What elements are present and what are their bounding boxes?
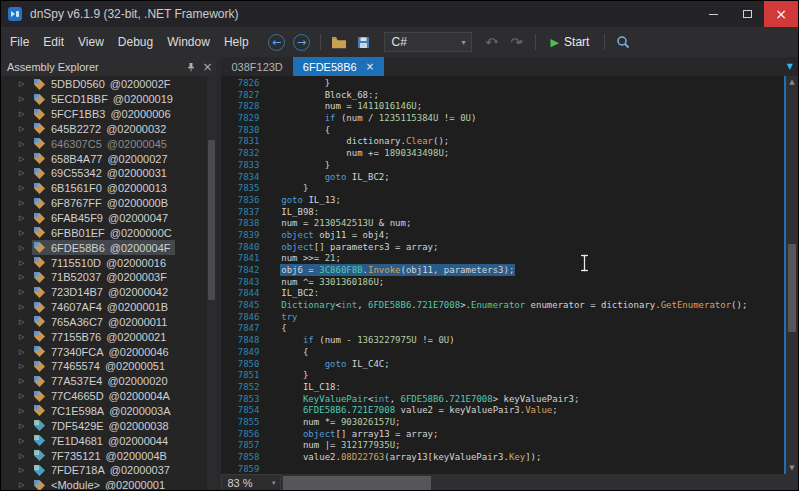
- expander-icon[interactable]: ▷: [19, 199, 32, 207]
- tab-038F123D[interactable]: 038F123D: [221, 57, 292, 76]
- code-line-7828[interactable]: 7828 num = 1411016146U;: [221, 101, 798, 113]
- expander-icon[interactable]: ▷: [19, 437, 32, 445]
- expander-icon[interactable]: ▷: [19, 288, 32, 296]
- expander-icon[interactable]: ▷: [19, 214, 32, 222]
- code-line-7844[interactable]: 7844 IL_BC2:: [221, 288, 798, 300]
- expander-icon[interactable]: ▷: [19, 110, 32, 118]
- expander-icon[interactable]: ▷: [19, 184, 32, 192]
- tree-item-765A36C7[interactable]: ▷765A36C7@02000011: [1, 315, 216, 330]
- code-editor[interactable]: 7826 }7827 Block_68:;7828 num = 14110161…: [221, 76, 798, 474]
- expander-icon[interactable]: ▷: [19, 125, 32, 133]
- tree-item-7F735121[interactable]: ▷7F735121@0200004B: [1, 448, 216, 463]
- code-line-7858[interactable]: 7858 value2.08D22763(array13[keyValuePai…: [221, 452, 798, 464]
- expander-icon[interactable]: ▷: [19, 95, 32, 103]
- pin-icon[interactable]: [186, 62, 196, 72]
- tree-item-7DF5429E[interactable]: ▷7DF5429E@02000038: [1, 418, 216, 433]
- code-line-7851[interactable]: 7851 }: [221, 370, 798, 382]
- expander-icon[interactable]: ▷: [19, 244, 32, 252]
- tree-item-658B4A77[interactable]: ▷658B4A77@02000027: [1, 151, 216, 166]
- navigate-forward-button[interactable]: →: [291, 31, 313, 53]
- expander-icon[interactable]: ▷: [19, 407, 32, 415]
- code-line-7836[interactable]: 7836 goto IL_13;: [221, 195, 798, 207]
- expander-icon[interactable]: ▷: [19, 229, 32, 237]
- code-line-7826[interactable]: 7826 }: [221, 78, 798, 90]
- close-button[interactable]: ×: [764, 1, 798, 27]
- tree-item-77465574[interactable]: ▷77465574@02000051: [1, 359, 216, 374]
- tree-item-69C55342[interactable]: ▷69C55342@02000031: [1, 166, 216, 181]
- language-select[interactable]: C# ▾: [384, 32, 472, 52]
- tree-item-7115510D[interactable]: ▷7115510D@02000016: [1, 255, 216, 270]
- code-line-7846[interactable]: 7846 try: [221, 312, 798, 324]
- expander-icon[interactable]: ▷: [19, 422, 32, 430]
- search-assemblies-button[interactable]: [612, 31, 634, 53]
- tree-item-646307C5[interactable]: ▷646307C5@02000045: [1, 136, 216, 151]
- tree-item-6F8767FF[interactable]: ▷6F8767FF@0200000B: [1, 196, 216, 211]
- expander-icon[interactable]: ▷: [19, 348, 32, 356]
- zoom-select[interactable]: 83 % ▾: [221, 474, 281, 491]
- tree-item-6FAB45F9[interactable]: ▷6FAB45F9@02000047: [1, 211, 216, 226]
- code-line-7840[interactable]: 7840 object[] parameters3 = array;: [221, 242, 798, 254]
- expander-icon[interactable]: ▷: [19, 452, 32, 460]
- tree-item-Module[interactable]: ▷<Module>@02000001: [1, 478, 216, 491]
- code-line-7834[interactable]: 7834 goto IL_BC2;: [221, 172, 798, 184]
- horizontal-scrollbar[interactable]: [281, 474, 784, 491]
- code-line-7845[interactable]: 7845 Dictionary<int, 6FDE58B6.721E7008>.…: [221, 300, 798, 312]
- maximize-button[interactable]: [730, 1, 764, 27]
- expander-icon[interactable]: ▷: [19, 259, 32, 267]
- start-debug-button[interactable]: ▶ Start: [543, 35, 598, 49]
- save-all-button[interactable]: [353, 31, 375, 53]
- expander-icon[interactable]: ▷: [19, 362, 32, 370]
- code-line-7859[interactable]: 7859: [221, 464, 798, 474]
- code-line-7830[interactable]: 7830 {: [221, 125, 798, 137]
- tree-item-723D14B7[interactable]: ▷723D14B7@02000042: [1, 285, 216, 300]
- scroll-down-icon[interactable]: ▼: [786, 464, 798, 472]
- code-line-7827[interactable]: 7827 Block_68:;: [221, 90, 798, 102]
- code-line-7835[interactable]: 7835 }: [221, 183, 798, 195]
- expander-icon[interactable]: ▷: [19, 80, 32, 88]
- menu-debug[interactable]: Debug: [111, 27, 160, 57]
- tree-item-7E1D4681[interactable]: ▷7E1D4681@02000044: [1, 433, 216, 448]
- code-line-7854[interactable]: 7854 6FDE58B6.721E7008 value2 = keyValue…: [221, 405, 798, 417]
- code-line-7838[interactable]: 7838 num = 2130542513U & num;: [221, 218, 798, 230]
- redo-button[interactable]: ↷▾: [506, 31, 528, 53]
- tree-item-74607AF4[interactable]: ▷74607AF4@0200001B: [1, 300, 216, 315]
- code-line-7855[interactable]: 7855 num *= 903026157U;: [221, 417, 798, 429]
- tree-item-5ECD1BBF[interactable]: ▷5ECD1BBF@02000019: [1, 92, 216, 107]
- code-line-7837[interactable]: 7837 IL_B98:: [221, 207, 798, 219]
- navigate-back-button[interactable]: ←: [266, 31, 288, 53]
- code-line-7850[interactable]: 7850 goto IL_C4C;: [221, 359, 798, 371]
- tree-item-7C1E598A[interactable]: ▷7C1E598A@0200003A: [1, 404, 216, 419]
- tree-item-77A537E4[interactable]: ▷77A537E4@02000020: [1, 374, 216, 389]
- code-line-7833[interactable]: 7833 }: [221, 160, 798, 172]
- expander-icon[interactable]: ▷: [19, 481, 32, 489]
- tab-6FDE58B6[interactable]: 6FDE58B6×: [293, 57, 384, 76]
- undo-button[interactable]: ↶▾: [481, 31, 503, 53]
- scroll-up-icon[interactable]: ▲: [786, 78, 798, 86]
- code-line-7857[interactable]: 7857 num |= 312177935U;: [221, 440, 798, 452]
- code-line-7847[interactable]: 7847 {: [221, 323, 798, 335]
- tab-close-icon[interactable]: ×: [366, 61, 374, 72]
- code-line-7843[interactable]: 7843 num ^= 3301360186U;: [221, 277, 798, 289]
- tree-item-77155B76[interactable]: ▷77155B76@02000021: [1, 329, 216, 344]
- minimize-button[interactable]: [696, 1, 730, 27]
- panel-close-icon[interactable]: ×: [202, 61, 212, 73]
- expander-icon[interactable]: ▷: [19, 140, 32, 148]
- menu-edit[interactable]: Edit: [36, 27, 71, 57]
- code-line-7849[interactable]: 7849 {: [221, 347, 798, 359]
- expander-icon[interactable]: ▷: [19, 392, 32, 400]
- tree-scrollbar-thumb[interactable]: [208, 140, 215, 300]
- tree-item-6FBB01EF[interactable]: ▷6FBB01EF@0200000C: [1, 225, 216, 240]
- tree-item-645B2272[interactable]: ▷645B2272@02000032: [1, 122, 216, 137]
- menu-view[interactable]: View: [71, 27, 111, 57]
- tree-scrollbar[interactable]: [207, 76, 216, 491]
- expander-icon[interactable]: ▷: [19, 273, 32, 281]
- code-line-7829[interactable]: 7829 if (num / 1235115384U != 0U): [221, 113, 798, 125]
- code-line-7856[interactable]: 7856 object[] array13 = array;: [221, 429, 798, 441]
- menu-window[interactable]: Window: [160, 27, 217, 57]
- tree-item-5DBD0560[interactable]: ▷5DBD0560@0200002F: [1, 77, 216, 92]
- tree-item-77C4665D[interactable]: ▷77C4665D@0200004A: [1, 389, 216, 404]
- expander-icon[interactable]: ▷: [19, 155, 32, 163]
- code-line-7852[interactable]: 7852 IL_C18:: [221, 382, 798, 394]
- vertical-scrollbar-thumb[interactable]: [788, 244, 796, 332]
- expander-icon[interactable]: ▷: [19, 466, 32, 474]
